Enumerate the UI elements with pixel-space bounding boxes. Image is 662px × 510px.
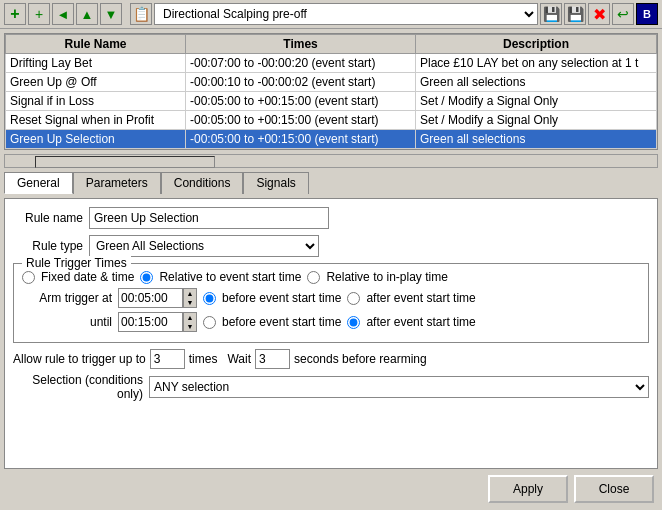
corner-button[interactable]: B xyxy=(636,3,658,25)
close-button[interactable]: Close xyxy=(574,475,654,503)
times-input[interactable] xyxy=(150,349,185,369)
row-description: Green all selections xyxy=(416,130,657,149)
arm-time-spinner-control[interactable]: ▲ ▼ xyxy=(183,288,197,308)
row-description: Green all selections xyxy=(416,73,657,92)
table-row[interactable]: Signal if in Loss -00:05:00 to +00:15:00… xyxy=(6,92,657,111)
rule-name-input[interactable] xyxy=(89,207,329,229)
up-button[interactable]: ▲ xyxy=(76,3,98,25)
col-header-name: Rule Name xyxy=(6,35,186,54)
tab-signals[interactable]: Signals xyxy=(243,172,308,194)
until-after-radio[interactable] xyxy=(347,316,360,329)
col-header-times: Times xyxy=(186,35,416,54)
horizontal-scrollbar[interactable] xyxy=(4,154,658,168)
row-times: -00:00:10 to -00:00:02 (event start) xyxy=(186,73,416,92)
relative-event-label: Relative to event start time xyxy=(159,270,301,284)
row-description: Set / Modify a Signal Only xyxy=(416,111,657,130)
arm-trigger-row: Arm trigger at ▲ ▼ before event start ti… xyxy=(22,288,640,308)
preset-select[interactable]: Directional Scalping pre-offDirectional … xyxy=(154,3,538,25)
wait-label: Wait xyxy=(227,352,251,366)
book-icon: 📋 xyxy=(130,3,152,25)
col-header-desc: Description xyxy=(416,35,657,54)
table-row[interactable]: Drifting Lay Bet -00:07:00 to -00:00:20 … xyxy=(6,54,657,73)
until-down[interactable]: ▼ xyxy=(184,322,196,331)
rule-type-label: Rule type xyxy=(13,239,83,253)
back-button[interactable]: ◄ xyxy=(52,3,74,25)
main-area: Rule Name Times Description Drifting Lay… xyxy=(0,29,662,509)
allow-label: Allow rule to trigger up to xyxy=(13,352,146,366)
until-time-input[interactable] xyxy=(118,312,183,332)
trigger-radio-row: Fixed date & time Relative to event star… xyxy=(22,270,640,284)
row-name: Green Up Selection xyxy=(6,130,186,149)
relative-inplay-label: Relative to in-play time xyxy=(326,270,447,284)
table-row[interactable]: Green Up @ Off -00:00:10 to -00:00:02 (e… xyxy=(6,73,657,92)
until-label: until xyxy=(22,315,112,329)
rule-type-select[interactable]: Green All Selections Green Selection xyxy=(89,235,319,257)
row-times: -00:05:00 to +00:15:00 (event start) xyxy=(186,92,416,111)
table-row[interactable]: Green Up Selection -00:05:00 to +00:15:0… xyxy=(6,130,657,149)
tab-conditions[interactable]: Conditions xyxy=(161,172,244,194)
bottom-buttons: Apply Close xyxy=(4,469,658,505)
selection-label: Selection (conditions only) xyxy=(13,373,143,401)
until-before-label: before event start time xyxy=(222,315,341,329)
rule-type-row: Rule type Green All Selections Green Sel… xyxy=(13,235,649,257)
row-description: Set / Modify a Signal Only xyxy=(416,92,657,111)
row-name: Green Up @ Off xyxy=(6,73,186,92)
until-spinner-control[interactable]: ▲ ▼ xyxy=(183,312,197,332)
add-button[interactable]: + xyxy=(4,3,26,25)
arm-after-radio[interactable] xyxy=(347,292,360,305)
until-up[interactable]: ▲ xyxy=(184,313,196,322)
tab-parameters[interactable]: Parameters xyxy=(73,172,161,194)
trigger-box-title: Rule Trigger Times xyxy=(22,256,131,270)
row-name: Drifting Lay Bet xyxy=(6,54,186,73)
until-spinner: ▲ ▼ xyxy=(118,312,197,332)
row-times: -00:05:00 to +00:15:00 (event start) xyxy=(186,111,416,130)
down-button[interactable]: ▼ xyxy=(100,3,122,25)
save2-button[interactable]: 💾 xyxy=(564,3,586,25)
fixed-date-radio[interactable] xyxy=(22,271,35,284)
arm-time-up[interactable]: ▲ xyxy=(184,289,196,298)
arm-trigger-label: Arm trigger at xyxy=(22,291,112,305)
save-button[interactable]: 💾 xyxy=(540,3,562,25)
row-times: -00:07:00 to -00:00:20 (event start) xyxy=(186,54,416,73)
fixed-date-label: Fixed date & time xyxy=(41,270,134,284)
arm-time-input[interactable] xyxy=(118,288,183,308)
relative-event-radio[interactable] xyxy=(140,271,153,284)
selection-select[interactable]: ANY selection Selection 1 Selection 2 xyxy=(149,376,649,398)
times-label: times xyxy=(189,352,218,366)
delete-button[interactable]: ✖ xyxy=(588,3,610,25)
row-name: Reset Signal when in Profit xyxy=(6,111,186,130)
rule-name-row: Rule name xyxy=(13,207,649,229)
row-times: -00:05:00 to +00:15:00 (event start) xyxy=(186,130,416,149)
undo-button[interactable]: ↩ xyxy=(612,3,634,25)
apply-button[interactable]: Apply xyxy=(488,475,568,503)
tab-bar: GeneralParametersConditionsSignals xyxy=(4,172,658,194)
trigger-times-box: Rule Trigger Times Fixed date & time Rel… xyxy=(13,263,649,343)
arm-time-down[interactable]: ▼ xyxy=(184,298,196,307)
rules-table: Rule Name Times Description Drifting Lay… xyxy=(5,34,657,149)
until-after-label: after event start time xyxy=(366,315,475,329)
until-before-radio[interactable] xyxy=(203,316,216,329)
tab-general[interactable]: General xyxy=(4,172,73,194)
arm-time-spinner: ▲ ▼ xyxy=(118,288,197,308)
row-description: Place £10 LAY bet on any selection at 1 … xyxy=(416,54,657,73)
seconds-label: seconds before rearming xyxy=(294,352,427,366)
allow-rule-row: Allow rule to trigger up to times Wait s… xyxy=(13,349,649,369)
row-name: Signal if in Loss xyxy=(6,92,186,111)
rules-table-container: Rule Name Times Description Drifting Lay… xyxy=(4,33,658,150)
relative-inplay-radio[interactable] xyxy=(307,271,320,284)
rule-name-label: Rule name xyxy=(13,211,83,225)
rule-type-container: Green All Selections Green Selection xyxy=(89,235,319,257)
arm-before-label: before event start time xyxy=(222,291,341,305)
until-row: until ▲ ▼ before event start time after … xyxy=(22,312,640,332)
selection-row: Selection (conditions only) ANY selectio… xyxy=(13,373,649,401)
tab-content: Rule name Rule type Green All Selections… xyxy=(4,198,658,469)
wait-input[interactable] xyxy=(255,349,290,369)
arm-before-radio[interactable] xyxy=(203,292,216,305)
add-green-button[interactable]: + xyxy=(28,3,50,25)
table-row[interactable]: Reset Signal when in Profit -00:05:00 to… xyxy=(6,111,657,130)
toolbar: + + ◄ ▲ ▼ 📋 Directional Scalping pre-off… xyxy=(0,0,662,29)
arm-after-label: after event start time xyxy=(366,291,475,305)
